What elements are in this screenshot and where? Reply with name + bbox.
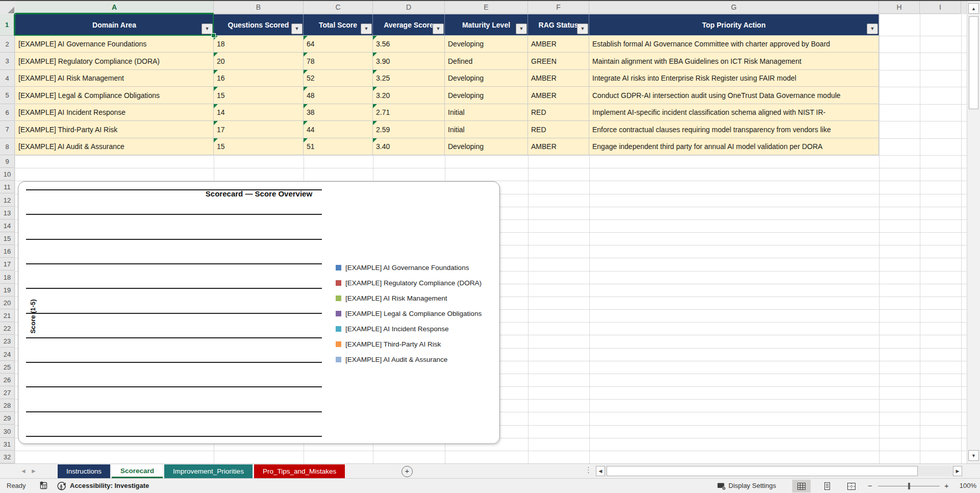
sheet-tab-pro_tips_and_mistakes[interactable]: Pro_Tips_and_Mistakes (254, 464, 345, 478)
row-header-22[interactable]: 22 (0, 322, 15, 335)
tab-scroll-left-icon[interactable]: ◄ (20, 467, 31, 475)
table-cell[interactable]: 16 (214, 70, 304, 87)
table-cell[interactable]: 38 (304, 104, 373, 121)
table-header-cell[interactable]: Average Score▼ (373, 14, 445, 36)
row-header-14[interactable]: 14 (0, 219, 15, 232)
row-header-20[interactable]: 20 (0, 297, 15, 309)
table-cell[interactable]: [EXAMPLE] Regulatory Compliance (DORA) (15, 53, 214, 70)
row-header-16[interactable]: 16 (0, 245, 15, 258)
table-cell[interactable]: Establish formal AI Governance Committee… (589, 36, 879, 53)
row-header-11[interactable]: 11 (0, 181, 15, 193)
table-cell[interactable]: Developing (445, 87, 528, 104)
table-cell[interactable]: Conduct GDPR-AI intersection audit using… (589, 87, 879, 104)
fill-handle[interactable] (211, 33, 216, 38)
table-header-cell[interactable]: RAG Status▼ (528, 14, 589, 36)
table-cell[interactable]: 2.71 (373, 104, 445, 121)
row-header-27[interactable]: 27 (0, 386, 15, 399)
row-header-2[interactable]: 2 (0, 36, 15, 53)
table-cell[interactable]: 3.40 (373, 138, 445, 155)
table-cell[interactable]: Defined (445, 53, 528, 70)
accessibility-checker-icon[interactable] (56, 481, 67, 493)
zoom-slider-thumb[interactable] (908, 483, 910, 489)
table-cell[interactable]: AMBER (528, 70, 589, 87)
table-cell[interactable]: 51 (304, 138, 373, 155)
filter-dropdown-button[interactable]: ▼ (867, 23, 878, 34)
sheet-tab-scorecard[interactable]: Scorecard (112, 464, 163, 478)
table-cell[interactable]: 64 (304, 36, 373, 53)
filter-dropdown-button[interactable]: ▼ (577, 23, 588, 34)
row-header-9[interactable]: 9 (0, 155, 15, 168)
vertical-scrollbar[interactable]: ▲ ▼ (967, 1, 980, 463)
table-cell[interactable]: [EXAMPLE] AI Governance Foundations (15, 36, 214, 53)
vertical-scrollbar-thumb[interactable] (969, 16, 978, 109)
table-cell[interactable]: 14 (214, 104, 304, 121)
row-header-8[interactable]: 8 (0, 138, 15, 155)
row-header-7[interactable]: 7 (0, 121, 15, 138)
table-cell[interactable]: RED (528, 104, 589, 121)
column-header-F[interactable]: F (528, 1, 589, 14)
table-header-cell[interactable]: Questions Scored▼ (214, 14, 304, 36)
scroll-left-button[interactable]: ◀ (596, 466, 605, 476)
table-cell[interactable]: Enforce contractual clauses requiring mo… (589, 121, 879, 138)
row-header-6[interactable]: 6 (0, 104, 15, 121)
row-header-26[interactable]: 26 (0, 374, 15, 386)
chart-object[interactable]: Scorecard — Score Overview Score (1-5) [… (18, 181, 500, 444)
table-cell[interactable]: Developing (445, 36, 528, 53)
column-header-H[interactable]: H (879, 1, 920, 14)
table-header-cell[interactable]: Maturity Level▼ (445, 14, 528, 36)
sheet-nav-arrows[interactable]: ◄► (20, 467, 41, 475)
normal-view-button[interactable] (792, 480, 811, 492)
table-cell[interactable]: 78 (304, 53, 373, 70)
table-header-cell[interactable]: Top Priority Action▼ (589, 14, 879, 36)
column-header-I[interactable]: I (920, 1, 961, 14)
row-header-12[interactable]: 12 (0, 194, 15, 207)
table-cell[interactable]: [EXAMPLE] AI Incident Response (15, 104, 214, 121)
select-all-button[interactable] (0, 1, 16, 15)
macro-record-icon[interactable] (39, 481, 48, 491)
table-cell[interactable]: 3.56 (373, 36, 445, 53)
table-cell[interactable]: 20 (214, 53, 304, 70)
row-header-4[interactable]: 4 (0, 70, 15, 87)
column-header-E[interactable]: E (445, 1, 528, 14)
horizontal-scrollbar-thumb[interactable] (607, 466, 918, 476)
table-cell[interactable]: 52 (304, 70, 373, 87)
table-header-cell[interactable]: Total Score▼ (304, 14, 373, 36)
accessibility-status-label[interactable]: Accessibility: Investigate (70, 482, 149, 489)
table-cell[interactable]: 3.20 (373, 87, 445, 104)
table-cell[interactable]: 2.59 (373, 121, 445, 138)
column-header-C[interactable]: C (304, 1, 373, 14)
tab-scroll-right-icon[interactable]: ► (31, 467, 41, 475)
row-header-25[interactable]: 25 (0, 361, 15, 374)
row-header-23[interactable]: 23 (0, 335, 15, 348)
table-cell[interactable]: 15 (214, 138, 304, 155)
table-cell[interactable]: 17 (214, 121, 304, 138)
table-cell[interactable]: Maintain alignment with EBA Guidelines o… (589, 53, 879, 70)
table-cell[interactable]: AMBER (528, 87, 589, 104)
table-cell[interactable]: 18 (214, 36, 304, 53)
sheet-tab-instructions[interactable]: Instructions (58, 464, 110, 478)
scroll-up-button[interactable]: ▲ (968, 3, 979, 14)
table-cell[interactable]: 15 (214, 87, 304, 104)
page-layout-view-button[interactable] (818, 480, 836, 492)
table-cell[interactable]: AMBER (528, 138, 589, 155)
filter-dropdown-button[interactable]: ▼ (516, 23, 527, 34)
table-cell[interactable]: [EXAMPLE] Legal & Compliance Obligations (15, 87, 214, 104)
zoom-level-label[interactable]: 100% (958, 482, 976, 489)
row-header-28[interactable]: 28 (0, 399, 15, 412)
table-cell[interactable]: Implement AI-specific incident classific… (589, 104, 879, 121)
table-cell[interactable]: [EXAMPLE] AI Risk Management (15, 70, 214, 87)
table-cell[interactable]: Developing (445, 138, 528, 155)
table-cell[interactable]: Initial (445, 104, 528, 121)
table-cell[interactable]: 48 (304, 87, 373, 104)
row-header-5[interactable]: 5 (0, 87, 15, 104)
row-header-10[interactable]: 10 (0, 168, 15, 181)
sheet-tab-improvement_priorities[interactable]: Improvement_Priorities (164, 464, 253, 478)
filter-dropdown-button[interactable]: ▼ (361, 23, 372, 34)
row-header-30[interactable]: 30 (0, 425, 15, 438)
table-cell[interactable]: 3.25 (373, 70, 445, 87)
scroll-right-button[interactable]: ▶ (953, 466, 962, 476)
table-cell[interactable]: Developing (445, 70, 528, 87)
row-header-19[interactable]: 19 (0, 284, 15, 297)
column-header-B[interactable]: B (214, 1, 304, 14)
row-header-21[interactable]: 21 (0, 309, 15, 322)
